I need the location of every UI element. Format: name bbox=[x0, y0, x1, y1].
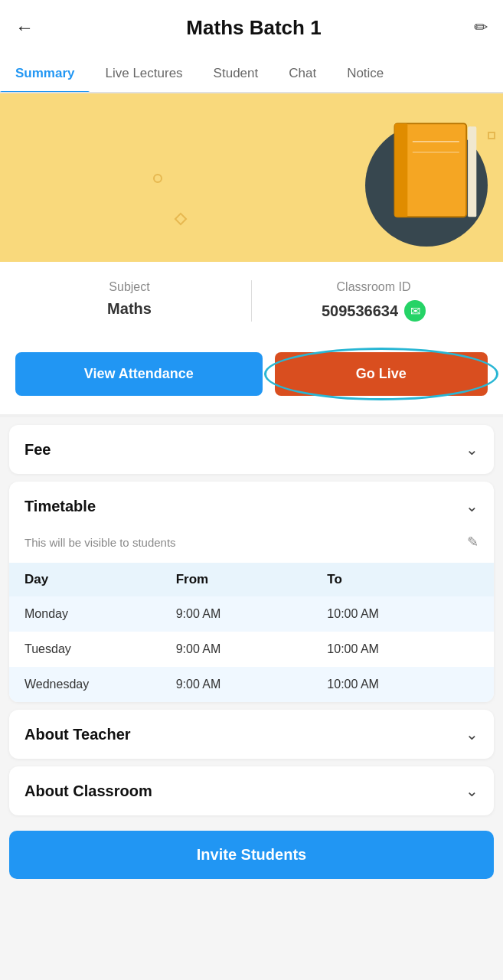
timetable-row: Tuesday 9:00 AM 10:00 AM bbox=[9, 632, 494, 667]
header: ← Maths Batch 1 ✏ bbox=[0, 0, 503, 55]
tabs-container: Summary Live Lectures Student Chat Notic… bbox=[0, 55, 503, 93]
page-title: Maths Batch 1 bbox=[34, 16, 474, 40]
tab-student[interactable]: Student bbox=[198, 55, 274, 92]
subject-info: Subject Maths bbox=[15, 280, 243, 322]
timetable-card: Timetable ⌄ This will be visible to stud… bbox=[9, 482, 494, 702]
back-button[interactable]: ← bbox=[15, 17, 34, 38]
banner-diamond-decoration bbox=[175, 213, 188, 226]
about-classroom-card-header[interactable]: About Classroom ⌄ bbox=[9, 766, 494, 815]
about-classroom-chevron-icon: ⌄ bbox=[465, 782, 479, 800]
go-live-button[interactable]: Go Live bbox=[275, 352, 488, 396]
classroom-id-value-row: 509536634 ✉ bbox=[322, 300, 426, 322]
edit-button[interactable]: ✏ bbox=[474, 18, 488, 38]
view-attendance-button[interactable]: View Attendance bbox=[15, 352, 263, 396]
fee-card-header[interactable]: Fee ⌄ bbox=[9, 425, 494, 474]
info-section: Subject Maths Classroom ID 509536634 ✉ bbox=[0, 262, 503, 340]
go-live-wrapper: Go Live bbox=[275, 352, 488, 396]
about-teacher-title: About Teacher bbox=[24, 726, 131, 743]
timetable-day-1: Tuesday bbox=[24, 642, 176, 656]
tab-summary[interactable]: Summary bbox=[0, 55, 90, 92]
svg-rect-3 bbox=[468, 126, 476, 217]
classroom-id-value: 509536634 bbox=[322, 302, 398, 320]
timetable-row: Monday 9:00 AM 10:00 AM bbox=[9, 596, 494, 632]
timetable-header-row: Day From To bbox=[9, 563, 494, 596]
fee-card: Fee ⌄ bbox=[9, 425, 494, 474]
tab-notice[interactable]: Notice bbox=[332, 55, 399, 92]
timetable-day-2: Wednesday bbox=[24, 678, 176, 691]
book-illustration bbox=[350, 109, 488, 247]
classroom-id-label: Classroom ID bbox=[337, 280, 411, 294]
classroom-id-info: Classroom ID 509536634 ✉ bbox=[260, 280, 488, 322]
timetable-to-0: 10:00 AM bbox=[327, 607, 479, 621]
timetable-table: Day From To Monday 9:00 AM 10:00 AM Tues… bbox=[9, 563, 494, 702]
book-icon bbox=[384, 116, 484, 231]
tab-chat[interactable]: Chat bbox=[273, 55, 332, 92]
info-divider bbox=[251, 280, 252, 322]
about-teacher-chevron-icon: ⌄ bbox=[465, 725, 479, 743]
actions-section: View Attendance Go Live bbox=[0, 340, 503, 414]
about-teacher-card: About Teacher ⌄ bbox=[9, 710, 494, 759]
subject-value: Maths bbox=[107, 300, 152, 318]
timetable-from-1: 9:00 AM bbox=[176, 642, 328, 656]
timetable-from-2: 9:00 AM bbox=[176, 678, 328, 691]
about-classroom-title: About Classroom bbox=[24, 782, 152, 800]
fee-chevron-icon: ⌄ bbox=[465, 440, 479, 459]
svg-rect-1 bbox=[394, 123, 407, 217]
timetable-day-0: Monday bbox=[24, 607, 176, 621]
subject-label: Subject bbox=[109, 280, 149, 294]
tab-live-lectures[interactable]: Live Lectures bbox=[90, 55, 198, 92]
timetable-edit-icon[interactable]: ✎ bbox=[467, 534, 479, 550]
timetable-to-1: 10:00 AM bbox=[327, 642, 479, 656]
timetable-subtitle-row: This will be visible to students ✎ bbox=[9, 531, 494, 563]
timetable-col-to: To bbox=[327, 572, 479, 587]
whatsapp-icon[interactable]: ✉ bbox=[404, 300, 426, 322]
gap-1 bbox=[0, 414, 503, 417]
timetable-from-0: 9:00 AM bbox=[176, 607, 328, 621]
timetable-chevron-icon: ⌄ bbox=[465, 497, 479, 515]
timetable-subtitle-text: This will be visible to students bbox=[24, 536, 176, 549]
timetable-col-from: From bbox=[176, 572, 328, 587]
timetable-card-title: Timetable bbox=[24, 498, 96, 515]
about-teacher-card-header[interactable]: About Teacher ⌄ bbox=[9, 710, 494, 759]
banner-circle-decoration bbox=[153, 174, 162, 183]
timetable-row: Wednesday 9:00 AM 10:00 AM bbox=[9, 667, 494, 702]
banner-square-decoration bbox=[488, 132, 495, 139]
timetable-to-2: 10:00 AM bbox=[327, 678, 479, 691]
invite-students-button[interactable]: Invite Students bbox=[9, 831, 494, 879]
timetable-col-day: Day bbox=[24, 572, 176, 587]
banner bbox=[0, 93, 503, 262]
about-classroom-card: About Classroom ⌄ bbox=[9, 766, 494, 815]
fee-card-title: Fee bbox=[24, 441, 51, 459]
timetable-card-header[interactable]: Timetable ⌄ bbox=[9, 482, 494, 531]
